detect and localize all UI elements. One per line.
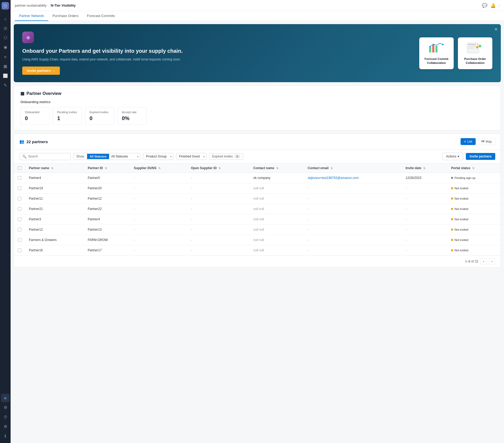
finished-good-select[interactable]: Finished Good (176, 153, 206, 160)
row-checkbox[interactable] (18, 197, 21, 200)
metric-onboarded: Onboarded 0 (20, 107, 50, 125)
cell-portal-status: Not invited (447, 245, 501, 256)
sidebar-item-list[interactable]: ≡ (1, 52, 10, 61)
cell-contact-email: sbjevara+test198763@amazon.com (304, 173, 402, 183)
cell-open-supplier-id: - (187, 225, 250, 235)
svg-rect-7 (468, 46, 476, 47)
app-logo[interactable]: ⬡ (2, 2, 9, 10)
expired-invites-label: Expired invites (212, 155, 233, 158)
row-checkbox[interactable] (18, 228, 21, 231)
cell-contact-name: ok company (249, 173, 304, 183)
notification-bell-icon[interactable]: 🔔 (490, 3, 496, 8)
sidebar-item-partner[interactable]: ◈ (1, 394, 10, 402)
row-checkbox-cell (14, 214, 25, 225)
tab-purchase-orders[interactable]: Purchase Orders (48, 11, 83, 21)
invite-partners-table-label: Invite partners (470, 155, 492, 158)
row-checkbox[interactable] (18, 176, 21, 180)
banner-close-button[interactable]: ✕ (494, 27, 498, 32)
breadcrumb: partner-sustainability N-Tier Visibility (15, 3, 76, 7)
status-badge: Not invited (451, 218, 468, 221)
product-group-wrap: Product Group (143, 153, 173, 160)
row-checkbox-cell (14, 235, 25, 245)
cell-invite-date: - (402, 183, 447, 194)
row-checkbox[interactable] (18, 207, 21, 211)
select-all-checkbox[interactable] (18, 166, 21, 170)
sidebar-item-settings2[interactable]: ⚙ (1, 422, 10, 431)
cell-invite-date: - (402, 204, 447, 214)
banner-icon: ◈ (22, 32, 34, 43)
row-checkbox-cell (14, 183, 25, 194)
sort-invite-date-icon[interactable]: ⇅ (423, 167, 425, 170)
sidebar-item-reports[interactable]: ⬜ (1, 72, 10, 80)
col-partner-name: Partner name ⇅ (25, 164, 84, 173)
sort-partner-id-icon[interactable]: ⇅ (105, 167, 107, 170)
sort-partner-name-icon[interactable]: ⇅ (51, 167, 53, 170)
sort-supplier-duns-icon[interactable]: ⇅ (158, 167, 160, 170)
sort-contact-email-icon[interactable]: ⇅ (331, 167, 333, 170)
sidebar-item-location[interactable]: ◉ (1, 43, 10, 51)
status-dot-icon (451, 177, 453, 179)
row-checkbox[interactable] (18, 248, 21, 252)
sidebar-item-home[interactable]: ⌂ (1, 14, 10, 23)
cell-portal-status: Not invited (447, 214, 501, 225)
search-box[interactable]: 🔍 (19, 153, 71, 160)
cell-invite-date: - (402, 235, 447, 245)
sidebar-item-analytics[interactable]: ◎ (1, 24, 10, 32)
invite-partners-button[interactable]: Invite partners (466, 153, 495, 160)
status-dot-icon (451, 239, 453, 241)
status-badge: Not invited (451, 249, 468, 252)
expired-count-badge: 0 (234, 155, 240, 158)
sort-contact-name-icon[interactable]: ⇅ (276, 167, 278, 170)
main-wrapper: partner-sustainability N-Tier Visibility… (11, 0, 504, 443)
sidebar-item-info[interactable]: ℹ (1, 432, 10, 440)
sort-open-supplier-id-icon[interactable]: ⇅ (218, 167, 221, 170)
row-checkbox-cell (14, 204, 25, 214)
banner-desc: Using AWS Supply Chain, request data, ex… (22, 57, 411, 62)
status-dot-icon (451, 249, 453, 251)
cell-contact-name: null null (249, 235, 304, 245)
prev-page-button[interactable]: ‹ (480, 258, 487, 265)
purchase-order-card[interactable]: ✕ ✕ ✓ ✓ Purchase Order Collaboration (458, 37, 492, 69)
status-label: Not invited (454, 238, 468, 242)
status-badge: Not invited (451, 238, 468, 242)
tab-partner-network[interactable]: Partner Network (15, 11, 48, 21)
row-checkbox[interactable] (18, 186, 21, 190)
next-page-button[interactable]: › (489, 258, 495, 265)
cell-portal-status: Not invited (447, 235, 501, 245)
map-view-button[interactable]: 🗺 Map (478, 138, 495, 145)
all-statuses-badge[interactable]: All Statuses (87, 154, 109, 159)
list-view-button[interactable]: ≡ List (461, 138, 476, 145)
sidebar-item-edit[interactable]: ✎ (1, 81, 10, 90)
cell-partner-id: FARM-GROW (84, 235, 130, 245)
sidebar-item-history[interactable]: ⏱ (1, 413, 10, 421)
search-icon: 🔍 (22, 155, 26, 159)
actions-button[interactable]: Actions ▾ (442, 153, 463, 160)
cell-open-supplier-id: - (187, 183, 250, 194)
view-toggle: ≡ List 🗺 Map (461, 138, 495, 145)
tab-forecast-commits[interactable]: Forecast Commits (83, 11, 119, 21)
content-area: ◈ Onboard your Partners and get visibili… (11, 21, 504, 443)
forecast-commit-card[interactable]: Forecast Commit Collaboration (419, 37, 454, 69)
cell-open-supplier-id: - (187, 204, 250, 214)
cell-partner-name: Farmers & Growers (25, 235, 84, 245)
status-badge: Not invited (451, 207, 468, 210)
invite-partners-banner-button[interactable]: Invite partners → (22, 67, 60, 75)
sidebar-item-inventory[interactable]: ⬡ (1, 33, 10, 42)
cell-contact-name: null null (249, 194, 304, 204)
sidebar-item-settings[interactable]: ⚙ (1, 403, 10, 412)
cell-partner-name: Partner12 (25, 225, 84, 235)
search-input[interactable] (28, 155, 68, 158)
row-checkbox[interactable] (18, 238, 21, 242)
product-group-select[interactable]: Product Group (143, 153, 173, 160)
metric-accept-value: 0% (122, 115, 142, 121)
row-checkbox[interactable] (18, 217, 21, 221)
sidebar-item-grid[interactable]: ▦ (1, 62, 10, 71)
status-select[interactable]: All Statuses Onboarded Pending sign up N… (109, 153, 140, 160)
sort-portal-status-icon[interactable]: ⇅ (472, 167, 474, 170)
actions-label: Actions (446, 155, 456, 158)
chat-icon[interactable]: 💬 (482, 3, 487, 8)
expired-invites-filter[interactable]: Expired invites 0 (209, 153, 243, 160)
header-checkbox-col (14, 164, 25, 173)
col-portal-status: Portal status ⇅ (447, 164, 501, 173)
table-row: Partner12 Partner13 - - null null - - No… (14, 225, 501, 235)
